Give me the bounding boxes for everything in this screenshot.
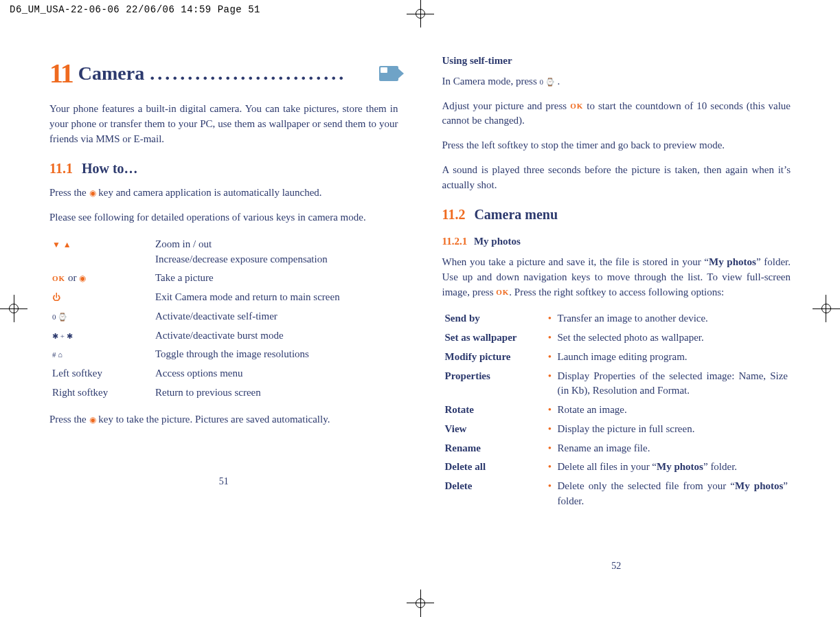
or-label: or: [68, 272, 79, 283]
star-key-icon: ✱ + ✱: [52, 331, 73, 339]
text-run: When you take a picture and save it, the…: [442, 256, 710, 267]
chapter-title: Camera: [78, 60, 144, 88]
zero-timer-key-icon: 0 ⌚: [540, 77, 555, 85]
option-desc: Rotate an image.: [555, 401, 791, 420]
text-run: Delete all files in your “: [558, 461, 657, 472]
howto-p3: Press the ◉ key to take the picture. Pic…: [49, 412, 398, 427]
camera-key-icon: ◉: [89, 188, 96, 198]
key-function-table: ▼ ▲ Zoom in / out Increase/decrease expo…: [49, 235, 398, 403]
intro-paragraph: Your phone features a built-in digital c…: [49, 102, 398, 146]
page-number-right: 52: [442, 559, 791, 573]
timer-p4: A sound is played three seconds before t…: [442, 163, 791, 193]
chapter-number: 11: [49, 54, 73, 93]
key-desc: Activate/deactivate self-timer: [152, 307, 398, 326]
option-name: Send by: [442, 309, 545, 328]
key-desc: Exit Camera mode and return to main scre…: [152, 288, 398, 307]
option-name: Rotate: [442, 401, 545, 420]
hash-key-icon: # ⌂: [52, 350, 63, 359]
option-desc: Display Properties of the selected image…: [555, 367, 791, 401]
text-run: key and camera application is automatica…: [98, 187, 321, 198]
right-softkey-label: Right softkey: [49, 383, 152, 403]
folder-name: My photos: [657, 461, 703, 472]
text-run: Adjust your picture and press: [442, 100, 571, 111]
text-run: key to take the picture. Pictures are sa…: [98, 414, 330, 425]
option-name: Delete all: [442, 458, 545, 477]
text-run: In Camera mode, press: [442, 76, 540, 87]
option-name: Set as wallpaper: [442, 328, 545, 348]
option-name: Properties: [442, 367, 545, 401]
key-desc: Access options menu: [152, 364, 398, 383]
timer-p2: Adjust your picture and press OK to star…: [442, 99, 791, 129]
option-desc: Rename an image file.: [555, 439, 791, 458]
timer-heading: Using self-timer: [442, 54, 791, 69]
section-title: How to…: [82, 161, 138, 176]
page-left: 11 Camera .......................... You…: [49, 54, 398, 573]
key-desc: Activate/deactivate burst mode: [152, 326, 398, 346]
page-number-left: 51: [49, 475, 398, 489]
option-desc: Delete all files in your “My photos” fol…: [555, 458, 791, 477]
text-run: . Press the right softkey to access foll…: [509, 287, 724, 298]
howto-p1: Press the ◉ key and camera application i…: [49, 186, 398, 201]
option-name: Delete: [442, 477, 545, 511]
timer-p3: Press the left softkey to stop the timer…: [442, 138, 791, 153]
section-number: 11.1: [49, 161, 73, 176]
folder-name: My photos: [735, 480, 783, 491]
text-run: Press the: [49, 414, 89, 425]
ok-key-icon: OK: [496, 287, 509, 298]
section-heading-11-2: 11.2 Camera menu: [442, 205, 791, 225]
zero-timer-key-icon: 0 ⌚: [52, 312, 67, 320]
option-desc: Delete only the selected file from your …: [555, 477, 791, 511]
subsection-heading: 11.2.1 My photos: [442, 234, 791, 249]
leader-dots: ..........................: [150, 60, 370, 88]
page-right: Using self-timer In Camera mode, press 0…: [442, 54, 791, 573]
left-softkey-label: Left softkey: [49, 364, 152, 383]
key-desc: Toggle through the image resolutions: [152, 345, 398, 364]
section-heading-11-1: 11.1 How to…: [49, 159, 398, 179]
option-desc: Launch image editing program.: [555, 348, 791, 367]
end-key-icon: ⏻: [52, 293, 60, 302]
option-name: Rename: [442, 439, 545, 458]
folder-name: My photos: [709, 256, 756, 267]
print-header: D6_UM_USA-22-06-06 22/06/06 14:59 Page 5…: [0, 0, 840, 19]
ok-key-icon: OK: [52, 273, 65, 284]
option-desc: Display the picture in full screen.: [555, 420, 791, 439]
text-run: Delete only the selected file from your …: [558, 480, 736, 491]
chapter-heading: 11 Camera ..........................: [49, 54, 398, 93]
key-desc: Return to previous screen: [152, 383, 398, 403]
camera-key-icon: ◉: [79, 273, 86, 283]
nav-up-icon: ▲: [63, 240, 71, 249]
section-title: Camera menu: [474, 207, 558, 222]
subsection-title: My photos: [474, 236, 521, 247]
text-run: ” folder.: [703, 461, 737, 472]
camcorder-icon: [379, 66, 398, 81]
myphotos-paragraph: When you take a picture and save it, the…: [442, 255, 791, 300]
timer-p1: In Camera mode, press 0 ⌚ .: [442, 74, 791, 89]
nav-down-icon: ▼: [52, 240, 60, 249]
howto-p2: Please see following for detailed operat…: [49, 210, 398, 225]
option-desc: Transfer an image to another device.: [555, 309, 791, 328]
text-run: Press the: [49, 187, 89, 198]
key-desc: Take a picture: [152, 269, 398, 288]
options-table: Send by•Transfer an image to another dev…: [442, 309, 791, 511]
subsection-number: 11.2.1: [442, 236, 468, 247]
option-name: View: [442, 420, 545, 439]
page-spread: 11 Camera .......................... You…: [0, 19, 840, 601]
ok-key-icon: OK: [570, 101, 583, 112]
option-name: Modify picture: [442, 348, 545, 367]
camera-key-icon: ◉: [89, 415, 96, 425]
section-number: 11.2: [442, 207, 466, 222]
key-desc: Zoom in / out Increase/decrease exposure…: [152, 235, 398, 269]
option-desc: Set the selected photo as wallpaper.: [555, 328, 791, 348]
text-run: .: [558, 76, 560, 87]
